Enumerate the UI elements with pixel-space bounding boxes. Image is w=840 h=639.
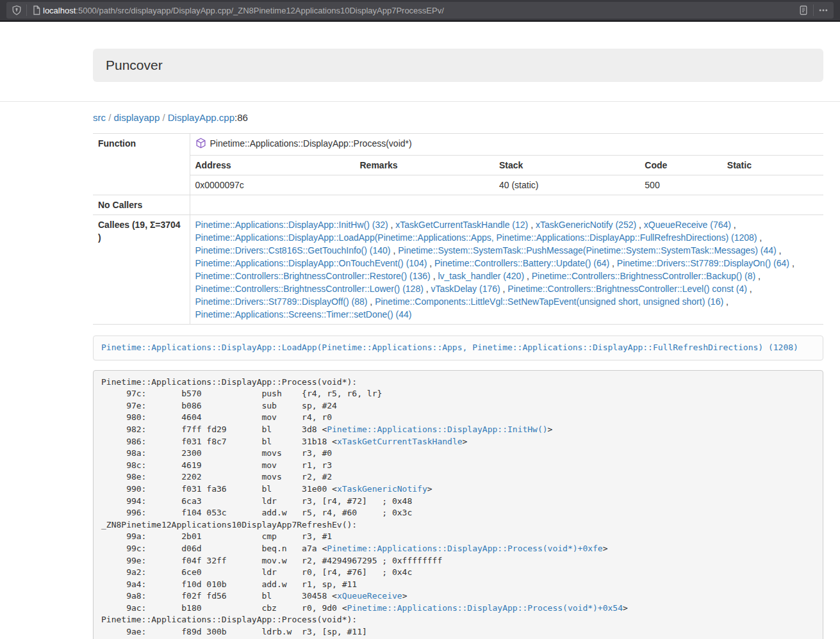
breadcrumb-separator: / (160, 112, 168, 123)
assembly-code: Pinetime::Applications::DisplayApp::Proc… (93, 370, 823, 639)
callee-separator: , (388, 220, 396, 230)
callee-separator: , (367, 296, 375, 307)
breadcrumb-link-src[interactable]: src (93, 112, 106, 123)
url-path: :5000/path/src/displayapp/DisplayApp.cpp… (76, 6, 444, 15)
callee-link[interactable]: Pinetime::Applications::DisplayApp::Load… (195, 232, 757, 243)
callee-link[interactable]: Pinetime::Applications::DisplayApp::OnTo… (195, 258, 427, 268)
callee-separator: , (757, 232, 762, 243)
callee-separator: , (747, 284, 752, 294)
stats-header-address: Address (190, 156, 355, 175)
asm-symbol-link[interactable]: xTaskGetCurrentTaskHandle (337, 437, 463, 446)
overflow-menu-icon[interactable] (818, 5, 828, 15)
callee-link[interactable]: xQueueReceive (764) (644, 220, 731, 230)
callee-link[interactable]: lv_task_handler (420) (438, 271, 524, 281)
callee-link[interactable]: xTaskGenericNotify (252) (536, 220, 636, 230)
url-bar[interactable]: localhost:5000/path/src/displayapp/Displ… (6, 2, 834, 19)
callee-link[interactable]: Pinetime::Applications::Screens::Timer::… (195, 309, 412, 320)
callee-link[interactable]: vTaskDelay (176) (431, 284, 500, 294)
breadcrumb: src / displayapp / DisplayApp.cpp:86 (93, 111, 823, 124)
callee-separator: , (431, 271, 438, 281)
stats-table: Address Remarks Stack Code Static 0x0000… (190, 156, 824, 195)
url-host: localhost (43, 6, 76, 15)
stats-header-static: Static (722, 156, 823, 175)
callees-cell: Pinetime::Applications::DisplayApp::Init… (190, 215, 823, 325)
page-title: Puncover (93, 49, 823, 82)
package-icon (195, 138, 206, 152)
callee-link[interactable]: Pinetime::Drivers::St7789::DisplayOff() … (195, 296, 368, 307)
callee-separator: , (500, 284, 508, 294)
callee-link[interactable]: Pinetime::Controllers::BrightnessControl… (532, 271, 755, 281)
breadcrumb-line-number: :86 (235, 112, 248, 123)
callee-separator: , (528, 220, 536, 230)
function-name-cell: Pinetime::Applications::DisplayApp::Proc… (190, 134, 823, 156)
callee-link[interactable]: Pinetime::Controllers::Battery::Update()… (434, 258, 609, 268)
shield-icon[interactable] (12, 5, 22, 15)
stats-cell: Address Remarks Stack Code Static 0x0000… (190, 156, 823, 195)
callee-link[interactable]: Pinetime::Controllers::BrightnessControl… (195, 284, 424, 294)
urlbar-divider (26, 4, 27, 16)
callers-row-label: No Callers (93, 195, 190, 215)
asm-symbol-link[interactable]: xQueueReceive (337, 591, 402, 601)
callee-link[interactable]: Pinetime::Components::LittleVgl::SetNewT… (375, 296, 723, 307)
breadcrumb-separator: / (106, 112, 114, 123)
function-row-label: Function (93, 134, 190, 195)
stats-value-code: 500 (639, 175, 722, 195)
callee-link[interactable]: Pinetime::Controllers::BrightnessControl… (507, 284, 746, 294)
stats-value-remarks (355, 175, 494, 195)
breadcrumb-link-file[interactable]: DisplayApp.cpp (168, 112, 235, 123)
breadcrumb-link-displayapp[interactable]: displayapp (114, 112, 160, 123)
function-detail-table: Function Pinetime::Applications::Display… (93, 133, 823, 325)
callers-cell (190, 195, 823, 215)
stats-value-static (722, 175, 823, 195)
callee-separator: , (755, 271, 761, 281)
urlbar-divider-right (813, 4, 814, 16)
stats-header-stack: Stack (494, 156, 639, 175)
callee-link[interactable]: xTaskGetCurrentTaskHandle (12) (395, 220, 528, 230)
callee-separator: , (524, 271, 532, 281)
callee-separator: , (609, 258, 617, 268)
url-text[interactable]: localhost:5000/path/src/displayapp/Displ… (43, 6, 798, 15)
callee-link[interactable]: Pinetime::Drivers::Cst816S::GetTouchInfo… (195, 245, 391, 255)
browser-toolbar: localhost:5000/path/src/displayapp/Displ… (0, 0, 840, 22)
callee-link[interactable]: Pinetime::Drivers::St7789::DisplayOn() (… (617, 258, 789, 268)
stats-value-stack: 40 (static) (494, 175, 639, 195)
snippet-link[interactable]: Pinetime::Applications::DisplayApp::Load… (101, 343, 798, 352)
callee-separator: , (777, 245, 782, 255)
callee-link[interactable]: Pinetime::Applications::DisplayApp::Init… (195, 220, 388, 230)
callee-link[interactable]: Pinetime::System::SystemTask::PushMessag… (398, 245, 777, 255)
asm-symbol-link[interactable]: xTaskGenericNotify (337, 484, 427, 494)
stats-header-code: Code (639, 156, 722, 175)
stats-value-address: 0x0000097c (190, 175, 355, 195)
asm-symbol-link[interactable]: Pinetime::Applications::DisplayApp::Proc… (327, 544, 602, 553)
callee-separator: , (424, 284, 431, 294)
reader-mode-icon[interactable] (798, 5, 809, 15)
function-name: Pinetime::Applications::DisplayApp::Proc… (210, 138, 412, 149)
callee-separator: , (427, 258, 434, 268)
stats-header-remarks: Remarks (355, 156, 494, 175)
callees-row-label: Callees (19, Σ=3704 ) (93, 215, 190, 325)
callee-separator: , (731, 220, 736, 230)
callee-separator: , (391, 245, 399, 255)
callee-separator: , (723, 296, 729, 307)
callee-separator: , (789, 258, 795, 268)
callee-separator: , (636, 220, 644, 230)
callee-link[interactable]: Pinetime::Controllers::BrightnessControl… (195, 271, 431, 281)
asm-symbol-link[interactable]: Pinetime::Applications::DisplayApp::Init… (327, 425, 547, 434)
highlighted-call-snippet: Pinetime::Applications::DisplayApp::Load… (93, 336, 823, 360)
divider (0, 101, 840, 102)
page-icon (31, 5, 42, 15)
asm-symbol-link[interactable]: Pinetime::Applications::DisplayApp::Proc… (347, 603, 623, 613)
